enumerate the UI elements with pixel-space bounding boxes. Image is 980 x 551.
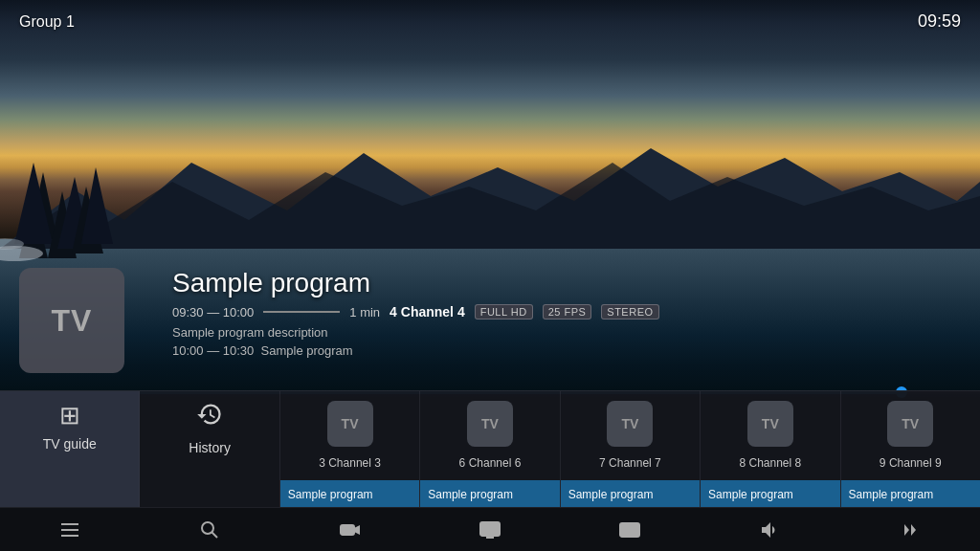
- channel-6-item[interactable]: TV 6 Channel 6 Sample program: [420, 391, 560, 507]
- channel-3-program: Sample program: [280, 480, 419, 507]
- channel-8-name: 8 Channel 8: [739, 456, 801, 470]
- program-meta: 09:30 — 10:00 1 min 4 Channel 4 FULL HD …: [172, 304, 961, 320]
- channel-9-logo: TV: [887, 401, 933, 447]
- badge-stereo: STEREO: [601, 304, 658, 320]
- clock: 09:59: [918, 11, 961, 32]
- program-title: Sample program: [172, 268, 961, 298]
- tv-guide-button[interactable]: ⊞ TV guide: [0, 391, 140, 507]
- channel-9-name: 9 Channel 9: [880, 456, 942, 470]
- channel-9-item[interactable]: TV 9 Channel 9 Sample program: [841, 391, 980, 507]
- channel-7-name: 7 Channel 7: [599, 456, 661, 470]
- grid-icon: ⊞: [59, 401, 80, 430]
- volume-button[interactable]: [749, 513, 791, 547]
- trees-silhouette: [0, 77, 191, 268]
- channel-6-name: 6 Channel 6: [459, 456, 522, 470]
- logo-text: TV: [52, 303, 93, 339]
- channel-8-program: Sample program: [701, 480, 839, 507]
- program-info: Sample program 09:30 — 10:00 1 min 4 Cha…: [0, 268, 980, 358]
- header: Group 1 09:59: [0, 0, 980, 43]
- history-button[interactable]: History: [140, 391, 279, 507]
- svg-rect-12: [61, 529, 78, 531]
- channel-3-top: TV 3 Channel 3: [280, 391, 419, 475]
- channel-strip: ⊞ TV guide History TV 3 Channel 3 Sample…: [0, 390, 980, 507]
- svg-rect-13: [61, 535, 78, 537]
- channel-7-program: Sample program: [561, 480, 700, 507]
- channel-logo: TV: [19, 268, 124, 373]
- subtitles-button[interactable]: [609, 513, 651, 547]
- channel-9-top: TV 9 Channel 9: [841, 391, 980, 475]
- channel-7-logo: TV: [607, 401, 653, 447]
- svg-rect-16: [341, 525, 354, 535]
- channel-8-item[interactable]: TV 8 Channel 8 Sample program: [701, 391, 840, 507]
- channel-3-logo: TV: [327, 401, 373, 447]
- channel-3-name: 3 Channel 3: [319, 456, 381, 470]
- video-button[interactable]: [329, 513, 371, 547]
- display-button[interactable]: [469, 513, 511, 547]
- duration-line: [263, 311, 340, 313]
- channel-7-top: TV 7 Channel 7: [561, 391, 700, 475]
- program-time: 09:30 — 10:00: [172, 305, 254, 320]
- history-icon: [196, 401, 223, 434]
- channel-6-top: TV 6 Channel 6: [420, 391, 559, 475]
- channel-number: 4 Channel 4: [390, 304, 465, 320]
- channel-6-logo: TV: [467, 401, 513, 447]
- svg-line-15: [212, 532, 218, 538]
- arrows-button[interactable]: [889, 513, 931, 547]
- next-program: 10:00 — 10:30 Sample program: [172, 343, 961, 358]
- channel-9-program: Sample program: [841, 480, 980, 507]
- search-button[interactable]: [189, 513, 231, 547]
- channel-3-item[interactable]: TV 3 Channel 3 Sample program: [280, 391, 420, 507]
- menu-button[interactable]: [49, 513, 91, 547]
- group-label: Group 1: [19, 13, 75, 31]
- channel-8-top: TV 8 Channel 8: [701, 391, 839, 475]
- channel-8-logo: TV: [747, 401, 793, 447]
- nav-bar: [0, 507, 980, 551]
- channel-6-program: Sample program: [420, 480, 559, 507]
- svg-rect-18: [480, 522, 500, 536]
- history-label: History: [189, 440, 231, 455]
- badge-fps: 25 FPS: [543, 304, 592, 320]
- channel-7-item[interactable]: TV 7 Channel 7 Sample program: [561, 391, 701, 507]
- svg-rect-11: [61, 523, 78, 525]
- program-duration: 1 min: [349, 305, 380, 320]
- svg-point-14: [202, 522, 213, 534]
- badge-fullhd: FULL HD: [475, 304, 533, 320]
- tv-guide-label: TV guide: [43, 436, 97, 452]
- program-description: Sample program description: [172, 325, 961, 340]
